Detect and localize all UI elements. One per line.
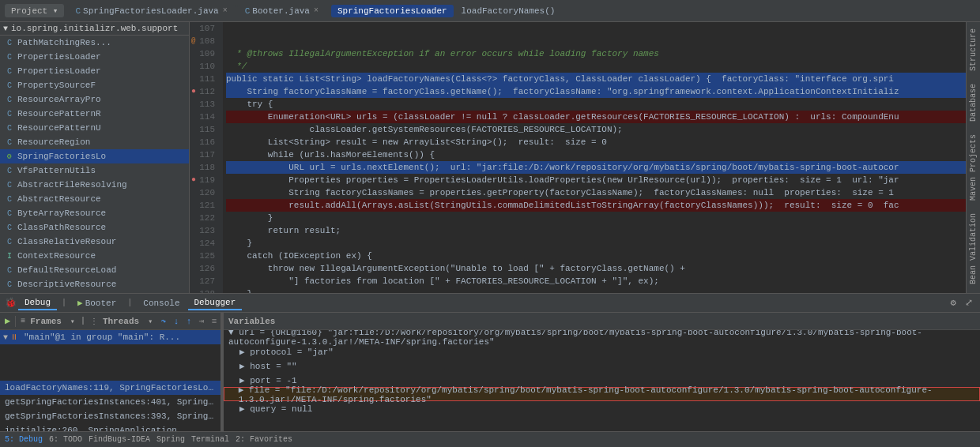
sidebar-item[interactable]: CResourcePatternR (0, 107, 189, 121)
code-line: result.addAll(Arrays.asList(StringUtils.… (226, 199, 966, 212)
code-area[interactable]: * @throws IllegalArgumentException if an… (223, 22, 966, 293)
line-number: 109 (190, 47, 218, 60)
sidebar-item[interactable]: CResourcePatternU (0, 121, 189, 135)
sidebar-item[interactable]: CPathMatchingRes... (0, 36, 189, 50)
file-icon: C (3, 66, 16, 77)
run-to-cursor-btn[interactable]: ⇥ (196, 316, 207, 327)
frame-item[interactable]: initialize:260, SpringApplication (0, 423, 220, 431)
line-number: 110 (190, 60, 218, 73)
status-item[interactable]: Spring (156, 435, 185, 444)
code-line: String factoryClassNames = properties.ge… (226, 186, 966, 199)
step-into-btn[interactable]: ↓ (171, 316, 182, 327)
frame-item[interactable]: getSpringFactoriesInstances:401, SpringA… (0, 395, 220, 409)
project-dropdown[interactable]: Project ▾ (5, 4, 64, 17)
sidebar-item[interactable]: CClassRelativeResour (0, 235, 189, 249)
frames-content[interactable]: loadFactoryNames:119, SpringFactoriesLoa… (0, 381, 220, 431)
active-class-tab[interactable]: SpringFactoriesLoader (331, 5, 454, 17)
variables-label: Variables (228, 317, 275, 326)
resume-btn[interactable]: ▶ (5, 315, 10, 327)
status-item[interactable]: FindBugs-IDEA (89, 435, 150, 444)
frame-item[interactable]: loadFactoryNames:119, SpringFactoriesLoa… (0, 381, 220, 395)
debug-toolbar: 🐞 Debug | ▶ Booter | Console Debugger ⚙ … (0, 294, 980, 313)
sidebar-item[interactable]: CResourceArrayPro (0, 92, 189, 107)
debug-icon[interactable]: 🐞 (5, 297, 17, 309)
frame-item[interactable]: getSpringFactoriesInstances:393, SpringA… (0, 409, 220, 423)
file-icon: C (3, 137, 16, 148)
line-number: 113 (190, 98, 218, 111)
tab-debugger[interactable]: Debugger (188, 295, 243, 310)
line-number: 124 (190, 237, 218, 250)
step-out-btn[interactable]: ↑ (183, 316, 194, 327)
right-panel-tab[interactable]: Bean Validation (967, 207, 979, 291)
sidebar-item[interactable]: CPropertySourceF (0, 78, 189, 92)
sidebar-item[interactable]: CPropertiesLoader (0, 64, 189, 78)
tab-spring-factories[interactable]: C SpringFactoriesLoader.java × (67, 5, 235, 17)
close-tab-icon2[interactable]: × (314, 6, 318, 15)
code-line: String factoryClassName = factoryClass.g… (226, 85, 966, 98)
status-item[interactable]: 5: Debug (5, 435, 43, 444)
breakpoint-icon[interactable]: ● (191, 85, 196, 98)
top-bar: Project ▾ C SpringFactoriesLoader.java ×… (0, 0, 980, 22)
threads-list[interactable]: ▼⏸"main"@1 in group "main": R... (0, 330, 220, 381)
file-icon: C (3, 122, 16, 133)
right-panel-tab[interactable]: Database (967, 77, 979, 128)
file-icon: C (3, 94, 16, 105)
variables-panel: Variables ▼ url = {URL@1160} "jar:file:/… (224, 313, 980, 431)
code-line: * @throws IllegalArgumentException if an… (226, 47, 966, 60)
sidebar-item[interactable]: CByteArrayResource (0, 206, 189, 220)
sidebar-item[interactable]: CAbstractResource (0, 192, 189, 206)
sidebar-item[interactable]: IContextResource (0, 249, 189, 263)
expand-debug-btn[interactable]: ⤢ (963, 297, 975, 310)
status-item[interactable]: 2: Favorites (236, 435, 292, 444)
tab-console[interactable]: Console (137, 295, 186, 310)
debug-toolbar-right: ⚙ ⤢ (947, 297, 975, 310)
line-number: 107 (190, 22, 218, 35)
file-icon: I (3, 250, 16, 261)
variables-list[interactable]: ▼ url = {URL@1160} "jar:file:/D:/work/re… (224, 330, 980, 431)
tab-booter-debug[interactable]: ▶ Booter (71, 295, 122, 310)
status-bar: 5: Debug6: TODOFindBugs-IDEASpringTermin… (0, 431, 980, 447)
variable-item[interactable]: ▶ host = "" (224, 359, 980, 373)
active-method-tab[interactable]: loadFactoryNames() (455, 5, 562, 17)
editor-panel: 107@108109110111●112113114115116117118●1… (190, 22, 966, 293)
status-item[interactable]: Terminal (191, 435, 229, 444)
file-icon: C (3, 179, 16, 190)
file-icon: C (3, 236, 16, 247)
step-over-btn[interactable]: ↷ (158, 316, 169, 327)
tab-debugger-main[interactable]: Debug (18, 295, 57, 310)
thread-item[interactable]: ▼⏸"main"@1 in group "main": R... (0, 330, 220, 344)
right-panel-tab[interactable]: Maven Projects (967, 128, 979, 207)
code-line: catch (IOException ex) { (226, 250, 966, 262)
sidebar-item[interactable]: CDefaultResourceLoad (0, 263, 189, 277)
line-number: 122 (190, 212, 218, 224)
sidebar-item[interactable]: CPropertiesLoader (0, 50, 189, 64)
sidebar-item[interactable]: CClassPathResource (0, 220, 189, 235)
evaluate-btn[interactable]: ≡ (209, 316, 220, 327)
debug-panel: 🐞 Debug | ▶ Booter | Console Debugger ⚙ … (0, 293, 980, 431)
sidebar-item[interactable]: CAbstractFileResolving (0, 178, 189, 192)
line-number: 111 (190, 73, 218, 85)
variable-item[interactable]: ▶ file = "file:/D:/work/repository/org/m… (224, 387, 980, 401)
line-number: 127 (190, 275, 218, 287)
sidebar-item[interactable]: CResourceRegion (0, 135, 189, 149)
code-line: URL url = urls.nextElement(); url: "jar:… (226, 161, 966, 174)
code-line: "] factories from location [" + FACTORIE… (226, 275, 966, 287)
file-icon: C (3, 108, 16, 119)
sidebar-item[interactable]: CDescriptiveResource (0, 277, 189, 291)
line-number: 116 (190, 136, 218, 148)
main-area: ▼ io.spring.initializr.web.support CPath… (0, 22, 980, 293)
tab-booter[interactable]: C Booter.java × (237, 5, 326, 17)
line-number: 128 (190, 287, 218, 293)
sidebar-item[interactable]: ⚙SpringFactoriesLo (0, 149, 189, 163)
frames-icon: ≡ (21, 317, 25, 325)
breakpoint-icon[interactable]: ● (191, 174, 196, 186)
code-line: throw new IllegalArgumentException("Unab… (226, 262, 966, 275)
status-item[interactable]: 6: TODO (49, 435, 82, 444)
variable-item[interactable]: ▼ url = {URL@1160} "jar:file:/D:/work/re… (224, 330, 980, 344)
right-panel-tab[interactable]: Structure (967, 22, 979, 77)
sidebar-item[interactable]: CVfsPatternUtils (0, 163, 189, 178)
settings-debug-btn[interactable]: ⚙ (947, 297, 959, 310)
editor-content[interactable]: 107@108109110111●112113114115116117118●1… (190, 22, 966, 293)
sidebar-items[interactable]: CPathMatchingRes...CPropertiesLoaderCPro… (0, 36, 189, 293)
close-tab-icon[interactable]: × (223, 6, 228, 15)
